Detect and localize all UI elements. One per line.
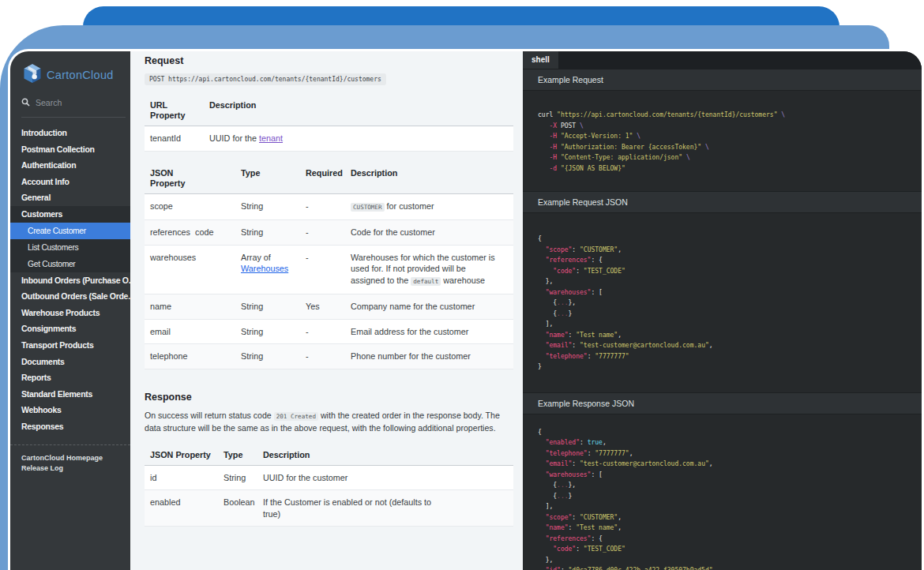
- text-token: [538, 246, 546, 253]
- table-cell: [195, 194, 241, 220]
- text-token: [538, 546, 553, 553]
- text-token: "telephone": [546, 450, 588, 457]
- table-cell: Email address for the customer: [351, 320, 507, 344]
- text-token: String: [241, 227, 263, 237]
- sidebar-item-account-info[interactable]: Account Info: [10, 174, 130, 190]
- text-token: [538, 524, 546, 531]
- table-cell: scope: [145, 194, 195, 220]
- table-row: tenantIdUUID for the tenant: [145, 126, 513, 152]
- text-token: code: [195, 227, 213, 237]
- code-line: curl "https://api.cartoncloud.com/tenant…: [538, 111, 785, 118]
- search-input[interactable]: [36, 98, 115, 107]
- code-section-title: Example Request: [523, 69, 922, 91]
- sidebar-item-postman-collection[interactable]: Postman Collection: [10, 141, 130, 158]
- code-section-title: Example Request JSON: [523, 191, 922, 213]
- text-token: ,: [709, 342, 713, 349]
- sidebar-item-get-customer[interactable]: Get Customer: [10, 256, 130, 272]
- text-token: "test-customer@cartoncloud.com.au": [580, 460, 709, 467]
- table-cell: email: [145, 320, 195, 344]
- code-line: ],: [538, 503, 553, 510]
- text-token: [538, 165, 549, 172]
- table-cell: [195, 294, 241, 319]
- inline-link[interactable]: tenant: [259, 133, 283, 143]
- text-token: [538, 342, 546, 349]
- sidebar-item-outbound-orders-sale-orde[interactable]: Outbound Orders (Sale Orde...: [10, 288, 130, 305]
- table-cell: references: [145, 220, 195, 245]
- text-token: "references": [546, 535, 592, 542]
- sidebar-item-customers[interactable]: Customers: [10, 206, 130, 223]
- text-token: "Test name": [576, 332, 618, 339]
- code-line: "telephone": "7777777",: [538, 450, 633, 457]
- code-line: "enabled": true,: [538, 439, 607, 446]
- sidebar-footer-link[interactable]: Release Log: [10, 463, 130, 474]
- text-token: :: [569, 332, 577, 339]
- sidebar-item-general[interactable]: General: [10, 189, 130, 206]
- code-line: -H "Content-Type: application/json" \: [538, 154, 690, 161]
- text-token: [538, 289, 546, 296]
- text-token: }: [538, 363, 542, 370]
- text-token: "TEST_CODE": [584, 546, 625, 553]
- sidebar-item-warehouse-products[interactable]: Warehouse Products: [10, 305, 130, 321]
- sidebar-item-authentication[interactable]: Authentication: [10, 157, 130, 174]
- text-token: {: [538, 235, 542, 242]
- text-token: Phone number for the customer: [351, 351, 471, 361]
- text-token: On success will return status code: [145, 411, 274, 420]
- response-json-table: JSON PropertyTypeDescriptionidStringUUID…: [145, 446, 513, 527]
- sidebar-item-webhooks[interactable]: Webhooks: [10, 402, 130, 418]
- table-cell: Yes: [306, 294, 351, 319]
- sidebar-item-consignments[interactable]: Consignments: [10, 321, 130, 337]
- text-token: ...: [557, 482, 568, 489]
- sidebar-item-inbound-orders-purchase-o[interactable]: Inbound Orders (Purchase O...: [10, 272, 130, 289]
- text-token: "name": [546, 524, 569, 531]
- inline-code: 201 Created: [274, 412, 318, 421]
- text-token: :: [572, 246, 580, 253]
- code-line: "warehouses": [: [538, 471, 603, 478]
- text-token: true: [588, 439, 603, 446]
- page: CartonCloud IntroductionPostman Collecti…: [0, 0, 924, 570]
- text-token: Boolean: [223, 497, 255, 507]
- text-token: : [: [591, 289, 602, 296]
- code-line: "telephone": "7777777": [538, 353, 629, 360]
- tab-shell[interactable]: shell: [523, 51, 558, 69]
- table-cell: String: [241, 220, 306, 245]
- code-line: "name": "Test name",: [538, 332, 622, 339]
- text-token: "{JSON AS BELOW}": [561, 165, 625, 172]
- sidebar-footer-link[interactable]: CartonCloud Homepage: [10, 453, 130, 464]
- sidebar-item-documents[interactable]: Documents: [10, 354, 130, 370]
- text-token: [538, 450, 546, 457]
- sidebar-item-responses[interactable]: Responses: [10, 418, 130, 435]
- sidebar-item-introduction[interactable]: Introduction: [10, 125, 130, 141]
- sidebar-item-list-customers[interactable]: List Customers: [10, 239, 130, 256]
- text-token: [538, 122, 549, 129]
- table-cell: -: [306, 194, 351, 220]
- text-token: :: [569, 524, 577, 531]
- text-token: [538, 514, 546, 521]
- table-column-header: Description: [209, 96, 296, 126]
- text-token: [538, 567, 546, 570]
- text-token: tenantId: [150, 133, 181, 143]
- sidebar-item-reports[interactable]: Reports: [10, 369, 130, 386]
- text-token: ,: [618, 246, 622, 253]
- text-token: :: [572, 514, 580, 521]
- text-token: "scope": [546, 246, 573, 253]
- search-bar[interactable]: [21, 96, 126, 118]
- text-token: },: [569, 482, 577, 489]
- text-token: [538, 439, 546, 446]
- text-token: "CUSTOMER": [580, 514, 618, 521]
- table-row: nameStringYesCompany name for the custom…: [145, 294, 513, 320]
- table-column-header: JSON Property: [145, 446, 223, 465]
- sidebar-item-standard-elements[interactable]: Standard Elements: [10, 386, 130, 403]
- text-token: -: [306, 201, 309, 211]
- text-token: -: [306, 227, 309, 237]
- text-token: "d0ca7786-d00c-422b-a422-f30507b9ad5d": [569, 567, 713, 570]
- text-token: for customer: [385, 201, 434, 211]
- sidebar-item-create-customer[interactable]: Create Customer: [10, 223, 130, 239]
- sidebar-item-transport-products[interactable]: Transport Products: [10, 337, 130, 354]
- table-header-row: JSON PropertyTypeDescription: [145, 446, 513, 466]
- table-column-header: Description: [351, 164, 507, 193]
- inline-link[interactable]: Warehouses: [241, 264, 288, 273]
- code-block: { "enabled": true, "telephone": "7777777…: [523, 414, 922, 570]
- text-token: "CUSTOMER": [580, 246, 618, 253]
- text-token: ,: [709, 460, 713, 467]
- text-token: ...: [557, 310, 568, 317]
